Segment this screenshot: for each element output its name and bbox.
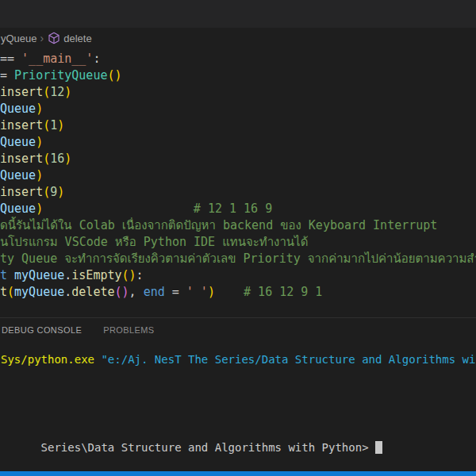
terminal-cursor bbox=[375, 441, 382, 454]
chevron-right-icon: › bbox=[40, 32, 44, 44]
terminal-command-line[interactable]: Sys/python.exe "e:/Aj. NesT The Series/D… bbox=[1, 352, 475, 367]
code-token: insert bbox=[0, 185, 43, 199]
code-token: t bbox=[0, 268, 7, 282]
code-token: ดนี้รันไม่ได้ใน Colab เนื่องจากติดปัญหา … bbox=[0, 218, 437, 232]
code-token: isEmpty bbox=[71, 268, 121, 282]
panel-tab-bar: DEBUG CONSOLEPROBLEMS bbox=[0, 318, 476, 342]
code-token: นโปรแกรม VSCode หรือ Python IDE แทนจะทำง… bbox=[0, 235, 308, 249]
code-token: # 12 1 16 9 bbox=[43, 202, 272, 216]
code-token: 1 bbox=[50, 118, 57, 132]
code-token: ) bbox=[36, 168, 43, 182]
code-token: ) bbox=[36, 202, 43, 216]
code-token: ( bbox=[43, 118, 50, 132]
code-line[interactable]: t(myQueue.delete(), end = ' ') # 16 12 9… bbox=[0, 284, 476, 301]
code-token: # 16 12 9 1 bbox=[215, 285, 322, 299]
editor-tab-bar[interactable] bbox=[0, 0, 476, 28]
panel-tab-debug-console[interactable]: DEBUG CONSOLE bbox=[2, 325, 82, 335]
code-token: ) bbox=[36, 102, 43, 116]
code-line[interactable]: = PriorityQueue() bbox=[0, 67, 476, 84]
code-token: Queue bbox=[0, 135, 36, 149]
code-token: () bbox=[107, 68, 121, 83]
code-token: ) bbox=[208, 285, 215, 299]
code-token: : bbox=[93, 52, 100, 66]
code-token: ( bbox=[7, 285, 14, 299]
code-token: ) bbox=[64, 152, 71, 166]
code-token: ) bbox=[57, 185, 64, 199]
breadcrumb-symbol[interactable]: delete bbox=[63, 33, 91, 44]
code-token: insert bbox=[0, 152, 43, 166]
code-token: ( bbox=[43, 85, 50, 99]
code-token: () bbox=[115, 285, 129, 299]
bottom-panel: DEBUG CONSOLEPROBLEMS Sys/python.exe "e:… bbox=[0, 317, 476, 471]
code-token: ( bbox=[43, 152, 50, 166]
code-line[interactable]: == '__main__': bbox=[0, 51, 476, 67]
code-token: ( bbox=[43, 185, 50, 199]
code-line[interactable]: Queue) bbox=[0, 101, 476, 117]
editor-pane: yQueue › delete == '__main__':= Priority… bbox=[0, 28, 476, 317]
status-bar[interactable] bbox=[0, 471, 476, 476]
code-area[interactable]: == '__main__':= PriorityQueue()insert(12… bbox=[0, 48, 476, 301]
breadcrumb-parent[interactable]: yQueue bbox=[1, 33, 37, 44]
terminal-prompt-text: Series\Data Structure and Algorithms wit… bbox=[41, 441, 369, 454]
terminal-prompt-line[interactable]: Series\Data Structure and Algorithms wit… bbox=[1, 425, 382, 470]
symbol-method-cube-icon bbox=[48, 32, 60, 44]
code-token: 12 bbox=[50, 85, 64, 99]
code-line[interactable]: t myQueue.isEmpty(): bbox=[0, 267, 476, 284]
code-token: . bbox=[64, 268, 71, 282]
code-token: t bbox=[0, 285, 7, 299]
code-token: Queue bbox=[0, 168, 36, 182]
code-token: Queue bbox=[0, 202, 36, 216]
code-token: = bbox=[0, 68, 14, 83]
code-line[interactable]: insert(16) bbox=[0, 151, 476, 167]
code-token: myQueue bbox=[14, 268, 64, 282]
code-token: end bbox=[144, 285, 165, 299]
code-token: ) bbox=[36, 135, 43, 149]
code-token: PriorityQueue bbox=[14, 68, 107, 83]
code-token: = bbox=[165, 285, 186, 299]
code-line[interactable]: insert(1) bbox=[0, 117, 476, 134]
panel-tab-problems[interactable]: PROBLEMS bbox=[103, 325, 154, 335]
code-token bbox=[7, 268, 14, 282]
code-token: insert bbox=[0, 85, 43, 99]
code-token: "e:/Aj. NesT The Series/Data Structure a… bbox=[101, 353, 475, 366]
code-line[interactable]: insert(9) bbox=[0, 184, 476, 201]
code-token: delete bbox=[71, 285, 114, 299]
vscode-window: yQueue › delete == '__main__':= Priority… bbox=[0, 0, 476, 476]
code-token: () bbox=[122, 268, 136, 282]
code-line[interactable]: Queue) bbox=[0, 167, 476, 184]
code-line[interactable]: insert(12) bbox=[0, 84, 476, 101]
code-token: insert bbox=[0, 118, 43, 132]
code-line[interactable]: ดนี้รันไม่ได้ใน Colab เนื่องจากติดปัญหา … bbox=[0, 217, 476, 234]
code-token: '__main__' bbox=[21, 52, 93, 66]
code-line[interactable]: นโปรแกรม VSCode หรือ Python IDE แทนจะทำง… bbox=[0, 234, 476, 251]
code-token: , bbox=[129, 285, 144, 299]
breadcrumb[interactable]: yQueue › delete bbox=[0, 28, 476, 48]
code-token: Sys/python.exe bbox=[1, 353, 101, 366]
code-line[interactable]: Queue) bbox=[0, 134, 476, 151]
code-line[interactable]: ty Queue จะทำการจัดเรียงคิวตามค่าตัวเลข … bbox=[0, 251, 476, 267]
code-token: ty Queue จะทำการจัดเรียงคิวตามค่าตัวเลข … bbox=[0, 251, 476, 266]
code-line[interactable]: Queue) # 12 1 16 9 bbox=[0, 201, 476, 217]
code-token: myQueue bbox=[14, 285, 64, 299]
code-token: 9 bbox=[50, 185, 57, 199]
code-token: ) bbox=[57, 118, 64, 132]
code-token: : bbox=[136, 268, 144, 282]
code-token: ' ' bbox=[186, 285, 208, 299]
code-token: Queue bbox=[0, 102, 36, 116]
code-token: == bbox=[0, 52, 21, 66]
code-token: . bbox=[64, 285, 71, 299]
code-token: ) bbox=[64, 85, 71, 99]
code-token: 16 bbox=[50, 152, 64, 166]
